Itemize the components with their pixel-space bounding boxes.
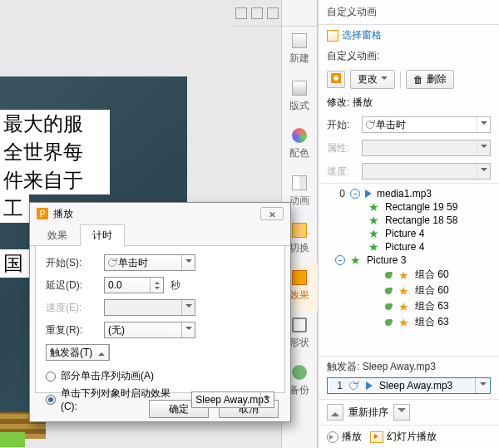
custom-animation-panel: 自定义动画 选择窗格 自定义动画: 更改 删除 修改: 播放 开始: 单击时 属… [318,0,499,448]
animation-item-name: 组合 63 [415,315,449,329]
toolbar-new[interactable]: 新建 [281,27,318,74]
animation-list-item[interactable]: 组合 63 [327,314,491,330]
tool-icon[interactable] [251,7,263,19]
slide-text: 国 [0,249,29,278]
slide-text: 全世界每 [0,138,110,166]
toolbar-layout[interactable]: 版式 [281,74,318,121]
chevron-down-icon [475,378,490,393]
star-icon [398,317,410,328]
animation-list[interactable]: 0media1.mp3Rectangle 19 59Rectangle 18 5… [319,183,499,356]
play-icon [327,431,338,443]
dialog-title: 播放 [53,207,73,221]
star-icon [398,269,410,281]
pin-icon [385,303,392,310]
dlg-start-label: 开始(S): [46,256,97,270]
trigger-object-dropdown[interactable]: Sleep Away.mp3 [191,391,274,408]
clock-icon [335,255,345,265]
trigger-item-selected[interactable]: 1 Sleep Away.mp3 [327,377,491,394]
star-icon [368,241,380,253]
change-animation-button[interactable]: 更改 [350,70,395,89]
close-button[interactable]: ⨉ [260,207,284,220]
start-dropdown[interactable]: 单击时 [362,116,491,133]
chevron-up-icon [96,345,109,360]
reorder-down-button[interactable] [393,404,410,421]
tool-icon[interactable] [235,7,247,19]
slide-text: 工 [0,194,29,223]
slide-decor [0,432,25,447]
pin-icon [385,319,392,326]
chevron-down-icon [477,117,490,132]
star-icon [368,214,380,226]
tool-icon[interactable] [267,7,279,19]
animation-icon [292,175,307,190]
panel-title: 自定义动画 [319,0,499,25]
dlg-repeat-label: 重复(R): [46,323,97,337]
tab-timing[interactable]: 计时 [80,224,125,246]
play-animation-button[interactable]: 播放 [327,430,362,444]
dialog-body: 开始(S): 单击时 延迟(D): 0.0 秒 速度(E): 重复(R): (无… [35,246,285,393]
shape-icon [292,318,307,332]
animation-list-item[interactable]: 组合 63 [327,298,491,314]
trash-icon [413,74,423,86]
property-label: 属性: [327,141,357,155]
animation-item-name: Rectangle 19 59 [385,201,457,213]
animation-list-item[interactable]: Rectangle 18 58 [327,214,491,227]
dlg-speed-label: 速度(E): [46,301,97,315]
chevron-down-icon [181,255,195,270]
animation-item-name: Rectangle 18 58 [385,214,457,226]
animation-list-item[interactable]: 组合 60 [327,283,491,298]
star-icon [398,301,410,313]
play-icon [366,382,373,390]
add-animation-button[interactable] [327,71,345,88]
radio-icon [46,395,56,405]
chevron-down-icon [181,322,195,337]
slide-text: 最大的服 [0,110,110,138]
seconds-label: 秒 [170,278,180,293]
slideshow-button[interactable]: 幻灯片播放 [370,430,437,444]
dlg-delay-label: 延迟(D): [46,278,97,293]
select-pane-link[interactable]: 选择窗格 [327,28,382,42]
delete-animation-button[interactable]: 删除 [406,70,454,89]
canvas-mini-toolbar [233,0,281,27]
dialog-icon: P [37,208,48,219]
pin-icon [385,272,392,278]
palette-icon [292,128,307,143]
trigger-toggle-button[interactable]: 触发器(T) [46,344,110,361]
layout-icon [292,81,307,96]
toolbar-color[interactable]: 配色 [281,121,318,169]
radio-sequence[interactable]: 部分单击序列动画(A) [46,367,274,385]
tab-effect[interactable]: 效果 [35,224,80,246]
dlg-start-dropdown[interactable]: 单击时 [104,254,195,271]
animation-list-item[interactable]: 组合 60 [327,267,491,283]
animation-list-item[interactable]: 0media1.mp3 [327,187,491,200]
animation-item-name: Picture 4 [385,228,424,239]
animation-list-item[interactable]: Rectangle 19 59 [327,200,491,214]
cursor-icon [108,258,116,267]
reorder-label: 重新排序 [348,406,388,420]
animation-list-item[interactable]: Picture 3 [327,254,491,267]
clock-icon [350,189,360,199]
animation-item-name: Picture 3 [367,254,406,266]
star-icon [398,285,410,297]
reorder-up-button[interactable] [327,404,343,421]
chevron-down-icon [477,140,490,155]
trigger-header: 触发器: Sleep Away.mp3 [319,356,499,377]
speed-label: 速度: [327,165,357,179]
cursor-icon [349,382,358,390]
animation-item-name: media1.mp3 [377,188,432,199]
backup-icon [292,365,307,380]
property-dropdown [362,140,491,156]
animation-list-item[interactable]: Picture 4 [327,240,491,254]
animation-list-item[interactable]: Picture 4 [327,227,491,240]
spinner-icon[interactable] [150,278,163,293]
slideshow-icon [370,431,383,443]
plus-icon [331,73,341,86]
dlg-delay-input[interactable]: 0.0 [104,277,164,293]
animation-item-name: Picture 4 [385,241,424,253]
dlg-repeat-dropdown[interactable]: (无) [104,322,195,338]
radio-icon [46,372,56,382]
transition-icon [292,223,307,238]
dlg-speed-dropdown [104,299,195,316]
star-icon [350,254,362,266]
pin-icon [385,288,392,294]
